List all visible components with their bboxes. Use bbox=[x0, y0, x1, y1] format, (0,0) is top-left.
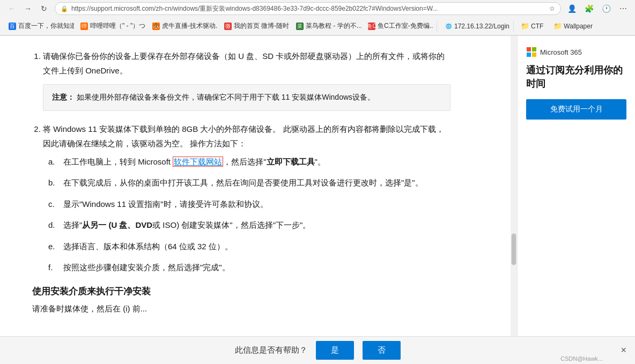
svg-rect-2 bbox=[527, 53, 531, 57]
sub-label-b: b. bbox=[48, 176, 59, 190]
folder-icon: 📁 bbox=[521, 23, 529, 30]
scrollbar-thumb[interactable] bbox=[511, 233, 516, 265]
browser-actions: 👤 🧩 🕐 ⋯ bbox=[564, 1, 631, 16]
bookmark-icon: 百 bbox=[9, 23, 16, 30]
item-1-text: 请确保你已备份你的设备上要保存在外部存储设备（如 U 盘、SD 卡或外部硬盘驱动… bbox=[43, 51, 445, 75]
item-2-text: 将 Windows 11 安装媒体下载到单独的 8GB 大小的外部存储设备。 此… bbox=[43, 124, 444, 148]
address-bar[interactable]: 🔒 https://support.microsoft.com/zh-cn/wi… bbox=[55, 2, 561, 15]
ms365-logo: Microsoft 365 bbox=[526, 47, 626, 57]
bookmark-huhu[interactable]: 🐯 虎牛直播-技术驱动... bbox=[148, 19, 218, 33]
bookmark-ctf[interactable]: 📁 CTF bbox=[517, 20, 548, 32]
bookmark-icon: 🐯 bbox=[152, 23, 160, 30]
sub-item-f: f. 按照这些步骤创建安装介质，然后选择"完成"。 bbox=[48, 261, 451, 274]
sub-text-a: 在工作电脑上，转到 Microsoft 软件下载网站，然后选择"立即下载工具"。 bbox=[63, 155, 326, 169]
lock-icon: 🔒 bbox=[61, 5, 68, 12]
bookmark-label: 哔哩哔哩（" - "）つ... bbox=[90, 21, 146, 31]
bookmark-runoob[interactable]: 菜 菜鸟教程 - 学的不... bbox=[292, 19, 361, 33]
bookmark-label: 172.16.13.22/Login... bbox=[454, 23, 510, 30]
svg-rect-1 bbox=[532, 47, 536, 51]
bookmark-icon: 🌐 bbox=[445, 23, 452, 30]
bookmarks-bar: 百 百度一下，你就知道 哔 哔哩哔哩（" - "）つ... 🐯 虎牛直播-技术驱… bbox=[0, 17, 635, 35]
bookmark-label: Wallpaper bbox=[564, 23, 593, 30]
bookmark-separator bbox=[513, 21, 514, 32]
sub-item-e: e. 选择语言、版本和体系结构（64 位或 32 位）。 bbox=[48, 240, 451, 254]
bookmark-icon: 哔 bbox=[80, 23, 88, 30]
folder-icon: 📁 bbox=[554, 23, 562, 30]
bookmark-fishc[interactable]: 鱼C 鱼C工作室-免费编... bbox=[364, 19, 433, 33]
section-heading: 使用安装介质来执行干净安装 bbox=[32, 285, 451, 298]
bookmark-label: 菜鸟教程 - 学的不... bbox=[306, 21, 361, 31]
main-content: 请确保你已备份你的设备上要保存在外部存储设备（如 U 盘、SD 卡或外部硬盘驱动… bbox=[0, 36, 517, 364]
sub-label-e: e. bbox=[48, 240, 59, 254]
svg-rect-0 bbox=[527, 47, 531, 51]
bookmark-icon: 菜 bbox=[296, 23, 304, 30]
sub-text-e: 选择语言、版本和体系结构（64 位或 32 位）。 bbox=[63, 240, 233, 254]
sub-text-d: 选择"从另一 (U 盘、DVD或 ISO) 创建安装媒体"，然后选择"下一步"。 bbox=[63, 218, 311, 232]
note-box: 注意： 如果使用外部存储设备来备份文件，请确保它不同于用于下载 11 安装媒体W… bbox=[43, 84, 451, 111]
sub-list: a. 在工作电脑上，转到 Microsoft 软件下载网站，然后选择"立即下载工… bbox=[43, 155, 451, 274]
browser-chrome: ← → ↻ 🔒 https://support.microsoft.com/zh… bbox=[0, 0, 635, 36]
content-area: 请确保你已备份你的设备上要保存在外部存储设备（如 U 盘、SD 卡或外部硬盘驱动… bbox=[32, 49, 451, 315]
feedback-yes-button[interactable]: 是 bbox=[316, 341, 354, 360]
bookmark-weibo[interactable]: 微 我的首页 微博-随时... bbox=[220, 19, 290, 33]
forward-button[interactable]: → bbox=[20, 1, 35, 16]
bookmark-label: CTF bbox=[531, 23, 543, 30]
bookmark-icon: 微 bbox=[224, 23, 232, 30]
sub-label-d: d. bbox=[48, 218, 59, 232]
ms365-label: Microsoft 365 bbox=[540, 48, 582, 56]
bookmark-separator bbox=[437, 21, 437, 32]
sub-item-d: d. 选择"从另一 (U 盘、DVD或 ISO) 创建安装媒体"，然后选择"下一… bbox=[48, 218, 451, 232]
extensions-button[interactable]: 🧩 bbox=[581, 1, 596, 16]
scrollbar-track[interactable] bbox=[511, 36, 517, 364]
bookmark-label: 我的首页 微博-随时... bbox=[234, 21, 290, 31]
bookmark-label: 百度一下，你就知道 bbox=[18, 21, 74, 31]
sub-item-c: c. 显示"Windows 11 设置指南"时，请接受许可条款和协议。 bbox=[48, 197, 451, 211]
bookmark-wallpaper[interactable]: 📁 Wallpaper bbox=[550, 20, 597, 32]
star-icon: ☆ bbox=[549, 5, 555, 12]
bookmark-icon: 鱼C bbox=[368, 23, 375, 30]
trial-button[interactable]: 免费试用一个月 bbox=[526, 99, 626, 120]
feedback-bar: 此信息是否有帮助？ 是 否 × bbox=[0, 336, 635, 364]
feedback-close-button[interactable]: × bbox=[621, 345, 626, 356]
list-item-1: 请确保你已备份你的设备上要保存在外部存储设备（如 U 盘、SD 卡或外部硬盘驱动… bbox=[43, 49, 451, 111]
bookmark-login[interactable]: 🌐 172.16.13.22/Login... bbox=[440, 20, 510, 32]
bookmark-label: 鱼C工作室-免费编... bbox=[378, 21, 433, 31]
list-item-2: 将 Windows 11 安装媒体下载到单独的 8GB 大小的外部存储设备。 此… bbox=[43, 122, 451, 274]
back-button[interactable]: ← bbox=[4, 1, 19, 16]
sub-label-f: f. bbox=[48, 261, 59, 274]
profile-button[interactable]: 👤 bbox=[564, 1, 579, 16]
main-list: 请确保你已备份你的设备上要保存在外部存储设备（如 U 盘、SD 卡或外部硬盘驱动… bbox=[32, 49, 451, 274]
sub-item-a: a. 在工作电脑上，转到 Microsoft 软件下载网站，然后选择"立即下载工… bbox=[48, 155, 451, 169]
sidebar-ad: Microsoft 365 通过订阅充分利用你的时间 免费试用一个月 bbox=[517, 36, 635, 364]
sub-text-f: 按照这些步骤创建安装介质，然后选择"完成"。 bbox=[63, 261, 230, 274]
bookmark-baidu[interactable]: 百 百度一下，你就知道 bbox=[4, 19, 74, 33]
feedback-question: 此信息是否有帮助？ bbox=[235, 345, 307, 355]
note-label: 注意： bbox=[52, 93, 75, 101]
url-text: https://support.microsoft.com/zh-cn/wind… bbox=[71, 4, 546, 13]
sub-item-b: b. 在下载完成后，从你的桌面中打开该工具，然后在询问是否要使用工具对设备进行更… bbox=[48, 176, 451, 190]
svg-rect-3 bbox=[532, 53, 536, 57]
sub-text-b: 在下载完成后，从你的桌面中打开该工具，然后在询问是否要使用工具对设备进行更改时，… bbox=[63, 176, 423, 190]
bookmark-label: 虎牛直播-技术驱动... bbox=[162, 21, 218, 31]
title-bar: ← → ↻ 🔒 https://support.microsoft.com/zh… bbox=[0, 0, 635, 17]
sub-text-c: 显示"Windows 11 设置指南"时，请接受许可条款和协议。 bbox=[63, 197, 268, 211]
refresh-button[interactable]: ↻ bbox=[36, 1, 51, 16]
ad-heading: 通过订阅充分利用你的时间 bbox=[526, 64, 626, 91]
nav-buttons: ← → ↻ bbox=[4, 1, 51, 16]
ms-logo-icon bbox=[526, 47, 537, 57]
sub-label-c: c. bbox=[48, 197, 59, 211]
bookmark-bilibili[interactable]: 哔 哔哩哔哩（" - "）つ... bbox=[76, 19, 146, 33]
more-button[interactable]: ⋯ bbox=[616, 1, 631, 16]
sub-label-a: a. bbox=[48, 155, 59, 169]
note-text: 如果使用外部存储设备来备份文件，请确保它不同于用于下载 11 安装媒体Windo… bbox=[77, 93, 375, 101]
download-link[interactable]: 软件下载网站 bbox=[173, 157, 223, 167]
csdn-watermark: CSDN@Hawk... bbox=[560, 355, 603, 362]
feedback-no-button[interactable]: 否 bbox=[363, 341, 401, 360]
history-button[interactable]: 🕐 bbox=[599, 1, 614, 16]
section-sub-text: 请准备时媒体使，然后在 (i) 前... bbox=[32, 302, 451, 316]
page-wrapper: 请确保你已备份你的设备上要保存在外部存储设备（如 U 盘、SD 卡或外部硬盘驱动… bbox=[0, 36, 635, 364]
